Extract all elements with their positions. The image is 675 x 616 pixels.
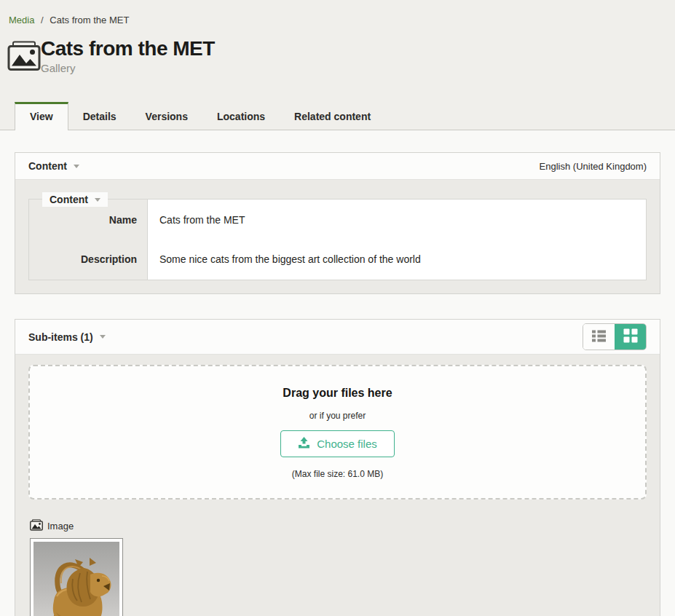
breadcrumb-current: Cats from the MET — [50, 15, 129, 25]
field-row-name: Name Cats from the MET — [29, 200, 646, 243]
content-panel-header: Content English (United Kingdom) — [15, 153, 660, 180]
content-fieldset: Content Name Cats from the MET Descripti… — [28, 199, 647, 280]
grid-view-button[interactable] — [615, 324, 646, 350]
file-dropzone[interactable]: Drag your files here or if you prefer Ch… — [28, 365, 647, 499]
dropzone-subtitle: or if you prefer — [37, 411, 638, 421]
field-value: Cats from the MET — [147, 200, 646, 243]
view-mode-toggle — [583, 323, 647, 350]
media-view-page: Media / Cats from the MET Cats from the … — [0, 0, 675, 616]
content-panel-title: Content — [28, 160, 67, 172]
caret-down-icon — [100, 335, 106, 339]
field-label: Description — [29, 243, 147, 280]
tab-details[interactable]: Details — [68, 104, 131, 130]
list-view-button[interactable] — [583, 324, 615, 350]
subitem-type-text: Image — [47, 521, 74, 532]
content-panel-title-toggle[interactable]: Content — [28, 160, 79, 172]
list-view-icon — [592, 330, 606, 344]
grid-view-icon — [623, 328, 638, 345]
content-panel-body: Content Name Cats from the MET Descripti… — [15, 180, 660, 293]
tab-locations[interactable]: Locations — [202, 104, 280, 130]
fieldset-legend: Content — [50, 194, 88, 205]
fieldset-legend-toggle[interactable]: Content — [42, 192, 108, 207]
subitems-panel-title-toggle[interactable]: Sub-items (1) — [28, 331, 106, 343]
subitems-panel-title: Sub-items (1) — [28, 331, 93, 343]
gallery-icon — [7, 41, 41, 74]
upload-icon — [298, 437, 310, 451]
breadcrumb-link-media[interactable]: Media — [9, 15, 34, 25]
lion-statue-image — [33, 542, 119, 616]
tab-versions[interactable]: Versions — [131, 104, 202, 130]
tab-view[interactable]: View — [15, 102, 68, 130]
dropzone-title: Drag your files here — [37, 387, 638, 400]
choose-files-button[interactable]: Choose files — [280, 430, 395, 457]
tab-related-content[interactable]: Related content — [280, 104, 385, 130]
page-title-block: Cats from the MET Gallery — [41, 38, 215, 74]
page-title: Cats from the MET — [41, 38, 215, 60]
subitem-type-label: Image — [30, 519, 647, 533]
tab-content-area: Content English (United Kingdom) Content… — [0, 130, 675, 616]
field-row-description: Description Some nice cats from the bigg… — [29, 243, 646, 280]
subitems-panel-body: Drag your files here or if you prefer Ch… — [15, 355, 660, 616]
subitems-panel: Sub-items (1) — [15, 319, 660, 616]
content-type-label: Gallery — [41, 62, 215, 74]
subitem-thumbnail[interactable] — [30, 538, 123, 616]
caret-down-icon — [95, 198, 100, 202]
breadcrumb-separator: / — [41, 15, 44, 25]
field-value: Some nice cats from the biggest art coll… — [147, 243, 646, 280]
image-icon — [30, 519, 43, 533]
caret-down-icon — [74, 165, 79, 168]
max-file-size-note: (Max file size: 61.0 MB) — [37, 469, 638, 479]
tab-bar: View Details Versions Locations Related … — [0, 102, 675, 130]
language-label: English (United Kingdom) — [540, 161, 647, 172]
choose-files-label: Choose files — [317, 438, 377, 450]
page-header: Cats from the MET Gallery — [7, 38, 675, 74]
subitems-panel-header: Sub-items (1) — [15, 320, 660, 355]
breadcrumb: Media / Cats from the MET — [9, 15, 675, 25]
content-panel: Content English (United Kingdom) Content… — [15, 152, 660, 294]
